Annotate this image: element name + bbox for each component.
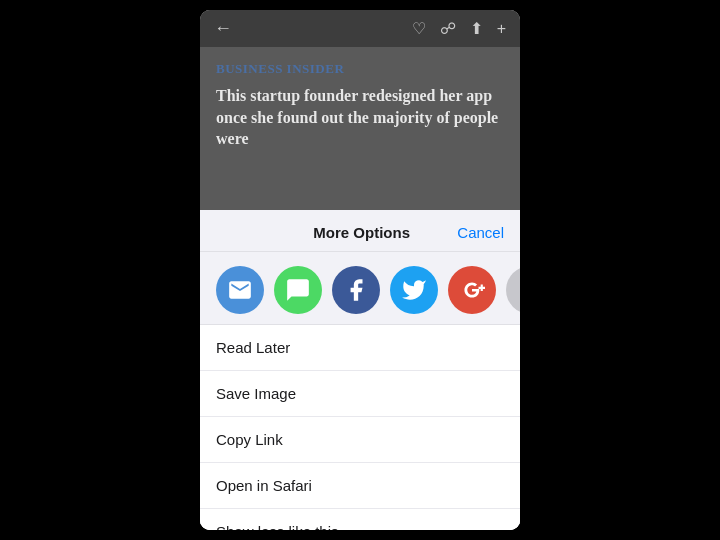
gplus-icon	[459, 277, 485, 303]
article-preview: ← ♡ ☍ ⬆ + Business Insider This startup …	[200, 10, 520, 210]
mail-icon	[227, 277, 253, 303]
share-icon[interactable]: ⬆	[470, 19, 483, 38]
show-less-item[interactable]: Show less like this	[200, 509, 520, 530]
share-more-button[interactable]	[506, 266, 520, 314]
facebook-icon	[343, 277, 369, 303]
article-source: Business Insider	[216, 61, 504, 77]
sheet-header: More Options Cancel	[200, 210, 520, 252]
bottom-sheet: More Options Cancel	[200, 210, 520, 530]
back-icon[interactable]: ←	[214, 18, 232, 39]
plus-icon[interactable]: +	[497, 20, 506, 38]
article-title: This startup founder redesigned her app …	[216, 85, 504, 150]
nav-icons: ♡ ☍ ⬆ +	[412, 19, 506, 38]
save-image-item[interactable]: Save Image	[200, 371, 520, 417]
cancel-button[interactable]: Cancel	[457, 224, 504, 241]
open-safari-item[interactable]: Open in Safari	[200, 463, 520, 509]
copy-link-item[interactable]: Copy Link	[200, 417, 520, 463]
message-icon	[285, 277, 311, 303]
comment-icon[interactable]: ☍	[440, 19, 456, 38]
share-message-button[interactable]	[274, 266, 322, 314]
twitter-icon	[401, 277, 427, 303]
read-later-item[interactable]: Read Later	[200, 325, 520, 371]
sheet-title: More Options	[266, 224, 457, 241]
menu-list: Read Later Save Image Copy Link Open in …	[200, 325, 520, 530]
share-facebook-button[interactable]	[332, 266, 380, 314]
share-gplus-button[interactable]	[448, 266, 496, 314]
share-twitter-button[interactable]	[390, 266, 438, 314]
heart-icon[interactable]: ♡	[412, 19, 426, 38]
share-mail-button[interactable]	[216, 266, 264, 314]
article-content: Business Insider This startup founder re…	[200, 47, 520, 210]
phone-container: ← ♡ ☍ ⬆ + Business Insider This startup …	[200, 10, 520, 530]
share-icons-row	[200, 252, 520, 325]
more-dots-icon	[517, 277, 520, 303]
article-nav: ← ♡ ☍ ⬆ +	[200, 10, 520, 47]
